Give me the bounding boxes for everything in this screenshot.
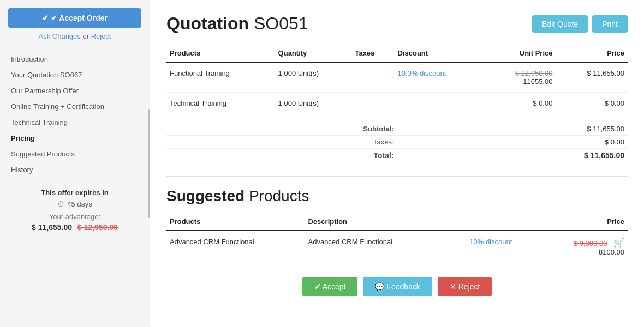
accept-button[interactable]: ✔ Accept	[302, 277, 358, 296]
col-quantity: Quantity	[275, 45, 352, 62]
page-header: Quotation SO051 Edit Quote Print	[166, 14, 628, 34]
col-suggested-products: Products	[166, 213, 305, 231]
suggested-discount-link[interactable]: 10% discount	[469, 238, 512, 246]
print-button[interactable]: Print	[592, 15, 628, 33]
sidebar-item-history[interactable]: History	[0, 162, 150, 178]
product-discount: 10.0% discount	[395, 62, 484, 93]
sidebar: ✔ Accept Order Ask Changes or Reject Int…	[0, 0, 150, 327]
edit-quote-button[interactable]: Edit Quote	[532, 15, 588, 33]
suggested-products-title: Suggested Products	[166, 187, 628, 205]
suggested-product-price: $ 9,000.00 🛒 8100.00	[558, 231, 628, 263]
suggested-product-description: Advanced CRM Functional	[305, 231, 467, 263]
sidebar-item-introduction[interactable]: Introduction	[0, 51, 150, 67]
suggested-product-discount: 10% discount	[466, 231, 558, 263]
page-title: Quotation SO051	[166, 14, 308, 34]
suggested-table-header: Products Description Price	[166, 213, 628, 231]
offer-expires-title: This offer expires in	[8, 189, 141, 197]
advantage-label: Your advantage:	[8, 213, 141, 221]
reject-button[interactable]: ✕ Reject	[438, 277, 492, 296]
header-buttons: Edit Quote Print	[532, 15, 628, 33]
pricing-table-header: Products Quantity Taxes Discount Unit Pr…	[166, 45, 628, 62]
new-price: $ 11,655.00	[32, 223, 72, 232]
clock-icon: ⏱	[57, 200, 64, 208]
col-price: Price	[556, 45, 628, 62]
sidebar-item-quotation[interactable]: Your Quotation SO067	[0, 67, 150, 83]
product-quantity: 1.000 Unit(s)	[275, 93, 352, 114]
product-price: $ 11,655.00	[556, 62, 628, 93]
product-price: $ 0.00	[556, 93, 628, 114]
subtotal-label: Subtotal:	[257, 123, 402, 136]
col-unit-price: Unit Price	[484, 45, 556, 62]
reject-link[interactable]: Reject	[91, 32, 111, 40]
suggested-products-table: Products Description Price Advanced CRM …	[166, 213, 628, 263]
suggested-product-name: Advanced CRM Functional	[166, 231, 305, 263]
product-taxes	[351, 93, 394, 114]
col-taxes: Taxes	[351, 45, 394, 62]
sidebar-item-partnership[interactable]: Our Partnership Offer	[0, 83, 150, 99]
total-row: Total: $ 11,655.00	[166, 149, 628, 162]
bottom-action-buttons: ✔ Accept 💬 Feedback ✕ Reject	[166, 277, 628, 296]
suggested-old-price: $ 9,000.00	[574, 239, 607, 247]
or-text: or	[82, 32, 91, 40]
col-description: Description	[305, 213, 467, 231]
product-taxes	[351, 62, 394, 93]
offer-days: ⏱ 45 days	[8, 200, 141, 208]
table-row: Functional Training 1.000 Unit(s) 10.0% …	[166, 62, 628, 93]
col-products: Products	[166, 45, 275, 62]
sidebar-item-pricing[interactable]: Pricing	[0, 130, 150, 146]
table-row: Advanced CRM Functional Advanced CRM Fun…	[166, 231, 628, 263]
offer-expiry-box: This offer expires in ⏱ 45 days Your adv…	[8, 189, 141, 232]
sidebar-item-suggested-products[interactable]: Suggested Products	[0, 146, 150, 162]
old-unit-price: $ 12,950.00	[515, 69, 553, 77]
sidebar-navigation: Introduction Your Quotation SO067 Our Pa…	[0, 51, 150, 178]
product-unit-price: $ 0.00	[484, 93, 556, 114]
product-name: Technical Training	[166, 93, 275, 114]
pricing-table: Products Quantity Taxes Discount Unit Pr…	[166, 45, 628, 114]
subtotal-row: Subtotal: $ 11,655.00	[166, 123, 628, 136]
taxes-row: Taxes: $ 0.00	[166, 136, 628, 149]
ask-changes-link[interactable]: Ask Changes	[39, 32, 81, 40]
accept-order-button[interactable]: ✔ Accept Order	[8, 8, 141, 28]
price-comparison: $ 11,655.00 $ 12,950.00	[8, 223, 141, 232]
col-suggested-price: Price	[558, 213, 628, 231]
col-suggested-discount	[466, 213, 558, 231]
sidebar-item-online-training[interactable]: Online Training + Certification	[0, 99, 150, 114]
product-discount	[395, 93, 484, 114]
product-unit-price: $ 12,950.00 11655.00	[484, 62, 556, 93]
total-label: Total:	[257, 149, 402, 162]
totals-table: Subtotal: $ 11,655.00 Taxes: $ 0.00 Tota…	[166, 123, 628, 162]
col-discount: Discount	[395, 45, 484, 62]
sidebar-action-links: Ask Changes or Reject	[0, 32, 150, 40]
discount-link[interactable]: 10.0% discount	[398, 69, 446, 77]
feedback-button[interactable]: 💬 Feedback	[363, 277, 432, 296]
taxes-value: $ 0.00	[402, 136, 628, 149]
add-to-cart-icon[interactable]: 🛒	[613, 238, 624, 247]
product-quantity: 1.000 Unit(s)	[275, 62, 352, 93]
subtotal-value: $ 11,655.00	[402, 123, 628, 136]
taxes-label: Taxes:	[257, 136, 402, 149]
product-name: Functional Training	[166, 62, 275, 93]
main-content: Quotation SO051 Edit Quote Print Product…	[150, 0, 644, 327]
total-value: $ 11,655.00	[402, 149, 628, 162]
section-divider	[166, 176, 628, 177]
sidebar-item-technical-training[interactable]: Technical Training	[0, 114, 150, 130]
old-price: $ 12,950.00	[77, 223, 118, 232]
table-row: Technical Training 1.000 Unit(s) $ 0.00 …	[166, 93, 628, 114]
